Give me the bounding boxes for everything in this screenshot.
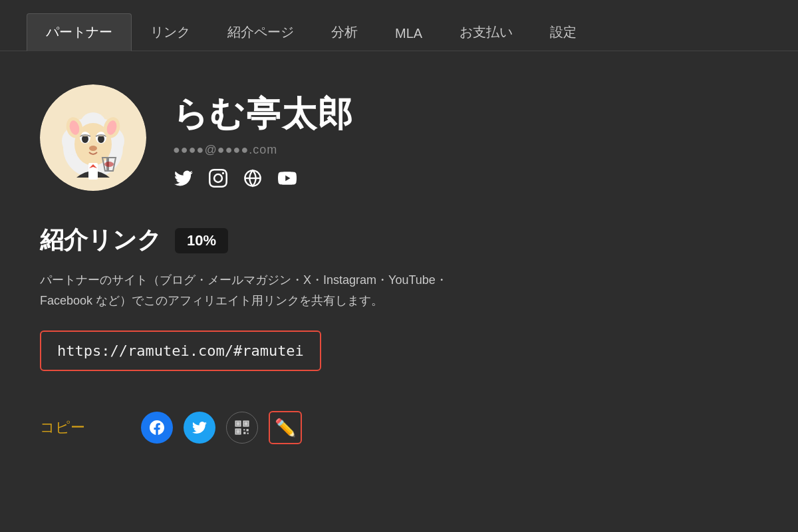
referral-title: 紹介リンク: [40, 224, 162, 257]
qr-code-button[interactable]: [226, 412, 258, 444]
svg-rect-31: [247, 429, 249, 431]
action-bar: コピー: [40, 411, 758, 444]
svg-point-12: [89, 146, 97, 151]
svg-rect-33: [247, 433, 249, 434]
twitter-share-button[interactable]: [184, 412, 215, 444]
referral-description: パートナーのサイト（ブログ・メールマガジン・X・Instagram・YouTub…: [40, 270, 505, 311]
url-text: https://ramutei.com/#ramutei: [57, 342, 304, 359]
svg-rect-32: [243, 432, 245, 434]
url-box[interactable]: https://ramutei.com/#ramutei: [40, 331, 321, 371]
tab-intro-page[interactable]: 紹介ページ: [209, 14, 313, 51]
social-icons: [173, 168, 354, 189]
globe-icon[interactable]: [242, 168, 263, 189]
tab-payment[interactable]: お支払い: [441, 14, 531, 51]
tab-mla[interactable]: MLA: [376, 17, 441, 51]
tab-link[interactable]: リンク: [132, 14, 209, 51]
tab-settings[interactable]: 設定: [531, 14, 595, 51]
svg-rect-29: [236, 430, 239, 433]
tab-analysis[interactable]: 分析: [313, 14, 376, 51]
nav-tabs: パートナー リンク 紹介ページ 分析 MLA お支払い 設定: [0, 0, 798, 51]
svg-rect-25: [236, 422, 239, 426]
youtube-icon[interactable]: [277, 168, 298, 189]
profile-email: ●●●●@●●●●.com: [173, 143, 354, 157]
svg-rect-27: [244, 422, 247, 426]
referral-header: 紹介リンク 10%: [40, 224, 758, 257]
percent-badge: 10%: [175, 228, 228, 253]
twitter-icon[interactable]: [173, 168, 194, 189]
copy-button[interactable]: コピー: [40, 418, 85, 438]
facebook-share-button[interactable]: [141, 412, 173, 444]
avatar-image: [40, 84, 146, 191]
profile-section: らむ亭太郎 ●●●●@●●●●.com: [40, 84, 758, 191]
action-buttons: ✏️: [141, 411, 302, 444]
profile-info: らむ亭太郎 ●●●●@●●●●.com: [173, 84, 354, 189]
svg-point-19: [104, 162, 114, 167]
profile-name: らむ亭太郎: [173, 91, 354, 138]
referral-section: 紹介リンク 10% パートナーのサイト（ブログ・メールマガジン・X・Instag…: [40, 224, 758, 391]
avatar: [40, 84, 146, 191]
pencil-icon: ✏️: [275, 418, 296, 438]
main-content: らむ亭太郎 ●●●●@●●●●.com: [0, 51, 798, 477]
tab-partner[interactable]: パートナー: [27, 13, 132, 51]
svg-rect-30: [243, 429, 245, 430]
instagram-icon[interactable]: [207, 168, 229, 189]
edit-button[interactable]: ✏️: [269, 411, 302, 444]
